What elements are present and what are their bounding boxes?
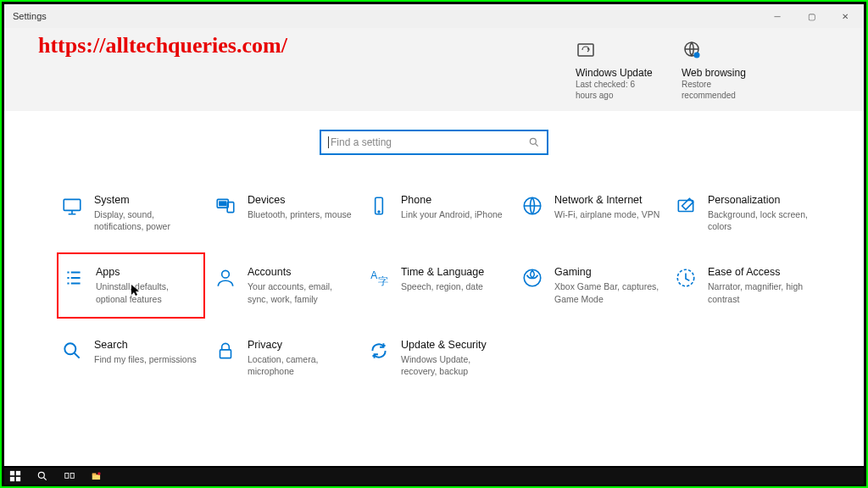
svg-text:A: A bbox=[370, 269, 377, 281]
minimize-button[interactable]: ─ bbox=[760, 4, 794, 28]
ease-of-access-icon bbox=[674, 266, 698, 290]
category-personalization[interactable]: Personalization Background, lock screen,… bbox=[670, 189, 819, 237]
category-time-language[interactable]: A字 Time & Language Speech, region, date bbox=[364, 261, 512, 309]
svg-point-28 bbox=[97, 472, 101, 475]
category-desc: Speech, region, date bbox=[401, 280, 484, 292]
search-placeholder: Find a setting bbox=[331, 136, 528, 148]
svg-point-2 bbox=[694, 53, 700, 58]
taskbar bbox=[4, 468, 864, 485]
category-title: Apps bbox=[96, 266, 200, 278]
watermark-text: https://alltechqueries.com/ bbox=[38, 33, 287, 58]
svg-point-3 bbox=[530, 138, 536, 144]
personalization-icon bbox=[674, 194, 698, 218]
category-title: Phone bbox=[401, 194, 503, 206]
category-desc: Link your Android, iPhone bbox=[401, 208, 503, 220]
system-icon bbox=[60, 194, 84, 218]
svg-rect-19 bbox=[10, 471, 14, 475]
close-button[interactable]: ✕ bbox=[828, 4, 862, 28]
category-title: Privacy bbox=[248, 339, 355, 351]
category-privacy[interactable]: Privacy Location, camera, microphone bbox=[210, 334, 359, 382]
category-desc: Location, camera, microphone bbox=[248, 353, 355, 377]
category-desc: Uninstall, defaults, optional features bbox=[96, 280, 200, 304]
privacy-icon bbox=[214, 339, 237, 363]
category-devices[interactable]: Devices Bluetooth, printers, mouse bbox=[210, 189, 359, 237]
category-gaming[interactable]: Gaming Xbox Game Bar, captures, Game Mod… bbox=[517, 261, 665, 309]
category-title: Gaming bbox=[554, 266, 662, 278]
category-title: Ease of Access bbox=[708, 266, 815, 278]
task-view-icon[interactable] bbox=[62, 469, 77, 484]
category-system[interactable]: System Display, sound, notifications, po… bbox=[57, 189, 205, 237]
category-search[interactable]: Search Find my files, permissions bbox=[57, 334, 205, 382]
search-input[interactable]: Find a setting bbox=[320, 130, 548, 155]
gaming-icon bbox=[520, 266, 544, 290]
svg-rect-21 bbox=[10, 477, 14, 481]
svg-rect-25 bbox=[70, 474, 74, 479]
search-row: Find a setting bbox=[4, 111, 864, 174]
mouse-cursor-icon bbox=[131, 285, 142, 299]
svg-point-12 bbox=[222, 271, 230, 279]
svg-point-9 bbox=[378, 211, 380, 213]
window-title: Settings bbox=[13, 11, 47, 21]
accounts-icon bbox=[214, 266, 237, 290]
search-category-icon bbox=[60, 339, 84, 363]
category-title: Time & Language bbox=[401, 266, 484, 278]
network-icon bbox=[520, 194, 544, 218]
category-desc: Wi-Fi, airplane mode, VPN bbox=[554, 208, 659, 220]
category-title: Devices bbox=[248, 194, 352, 206]
category-ease-of-access[interactable]: Ease of Access Narrator, magnifier, high… bbox=[670, 261, 819, 309]
svg-rect-0 bbox=[578, 44, 593, 56]
tile-title: Windows Update bbox=[576, 67, 656, 79]
svg-text:字: 字 bbox=[378, 275, 388, 287]
header-section: https://alltechqueries.com/ Windows Upda… bbox=[4, 28, 864, 111]
category-title: System bbox=[94, 194, 202, 206]
window-controls: ─ ▢ ✕ bbox=[760, 4, 862, 28]
category-title: Network & Internet bbox=[554, 194, 659, 206]
start-button[interactable] bbox=[8, 469, 23, 484]
titlebar: Settings ─ ▢ ✕ bbox=[4, 4, 864, 28]
svg-rect-4 bbox=[64, 199, 81, 210]
settings-window: Settings ─ ▢ ✕ https://alltechqueries.co… bbox=[4, 4, 864, 466]
category-desc: Find my files, permissions bbox=[94, 353, 197, 365]
svg-point-17 bbox=[64, 343, 75, 354]
svg-rect-22 bbox=[16, 477, 20, 481]
category-desc: Narrator, magnifier, high contrast bbox=[708, 280, 815, 304]
file-explorer-icon[interactable] bbox=[89, 469, 104, 484]
search-icon bbox=[528, 136, 540, 148]
globe-icon bbox=[682, 40, 702, 60]
tile-title: Web browsing bbox=[682, 67, 762, 79]
svg-rect-24 bbox=[65, 474, 69, 479]
phone-icon bbox=[367, 194, 391, 218]
apps-icon bbox=[62, 266, 86, 290]
svg-rect-18 bbox=[220, 350, 231, 358]
svg-point-23 bbox=[38, 472, 44, 478]
category-accounts[interactable]: Accounts Your accounts, email, sync, wor… bbox=[210, 261, 359, 309]
category-title: Personalization bbox=[708, 194, 815, 206]
svg-rect-20 bbox=[16, 471, 20, 475]
category-desc: Display, sound, notifications, power bbox=[94, 208, 202, 232]
category-desc: Your accounts, email, sync, work, family bbox=[248, 280, 355, 304]
category-title: Search bbox=[94, 339, 197, 351]
category-desc: Bluetooth, printers, mouse bbox=[248, 208, 352, 220]
category-desc: Xbox Game Bar, captures, Game Mode bbox=[554, 280, 662, 304]
category-network[interactable]: Network & Internet Wi-Fi, airplane mode,… bbox=[517, 189, 665, 237]
svg-rect-27 bbox=[92, 474, 97, 475]
category-apps[interactable]: Apps Uninstall, defaults, optional featu… bbox=[57, 252, 205, 318]
svg-rect-7 bbox=[220, 202, 226, 205]
time-language-icon: A字 bbox=[367, 266, 391, 290]
svg-rect-26 bbox=[92, 474, 100, 480]
maximize-button[interactable]: ▢ bbox=[794, 4, 828, 28]
tile-sub: Last checked: 6 hours ago bbox=[576, 79, 656, 101]
devices-icon bbox=[214, 194, 237, 218]
categories-grid: System Display, sound, notifications, po… bbox=[4, 174, 864, 397]
category-title: Accounts bbox=[248, 266, 355, 278]
web-browsing-tile[interactable]: Web browsing Restore recommended bbox=[682, 40, 762, 101]
taskbar-search-icon[interactable] bbox=[35, 469, 50, 484]
tile-sub: Restore recommended bbox=[682, 79, 762, 101]
category-update-security[interactable]: Update & Security Windows Update, recove… bbox=[364, 334, 512, 382]
windows-update-tile[interactable]: Windows Update Last checked: 6 hours ago bbox=[576, 40, 656, 101]
category-desc: Background, lock screen, colors bbox=[708, 208, 815, 232]
category-phone[interactable]: Phone Link your Android, iPhone bbox=[364, 189, 512, 237]
text-cursor bbox=[328, 136, 329, 148]
update-security-icon bbox=[367, 339, 391, 363]
category-desc: Windows Update, recovery, backup bbox=[401, 353, 509, 377]
